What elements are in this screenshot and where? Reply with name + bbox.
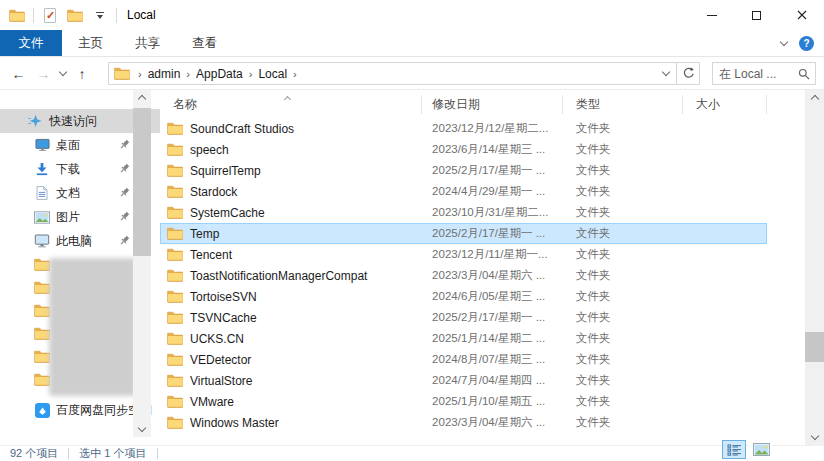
search-input[interactable] — [713, 67, 796, 81]
file-name-cell: speech — [161, 143, 422, 157]
folder-icon — [167, 227, 183, 241]
properties-icon[interactable]: ✓ — [41, 6, 59, 24]
breadcrumb-appdata[interactable]: AppData — [196, 67, 243, 81]
file-row[interactable]: Temp 2025/2月/17/星期一 ... 文件夹 — [160, 223, 767, 244]
file-row[interactable]: SquirrelTemp 2025/2月/17/星期一 ... 文件夹 — [160, 160, 767, 181]
file-row[interactable]: UCKS.CN 2025/1月/14/星期二 ... 文件夹 — [160, 328, 767, 349]
scroll-down-icon[interactable] — [805, 430, 824, 445]
folder-icon — [167, 290, 183, 304]
file-row[interactable]: Windows Master 2023/3月/04/星期六 ... 文件夹 — [160, 412, 767, 433]
details-view-icon — [727, 444, 742, 456]
refresh-icon[interactable] — [677, 63, 699, 84]
tab-file[interactable]: 文件 — [0, 30, 62, 56]
customize-toolbar-dropdown-icon[interactable] — [91, 6, 109, 24]
expand-ribbon-icon[interactable] — [780, 37, 788, 45]
file-name: TortoiseSVN — [190, 290, 257, 304]
file-row[interactable]: VMware 2025/1月/10/星期五 ... 文件夹 — [160, 391, 767, 412]
file-type-cell: 文件夹 — [563, 247, 683, 262]
file-row[interactable]: speech 2023/6月/14/星期三 ... 文件夹 — [160, 139, 767, 160]
file-name-cell: TSVNCache — [161, 311, 422, 325]
file-list-scrollbar[interactable] — [805, 90, 824, 445]
scroll-up-icon[interactable] — [805, 90, 824, 105]
file-name-cell: SystemCache — [161, 206, 422, 220]
pin-icon — [119, 187, 130, 198]
file-date-cell: 2025/2月/17/星期一 ... — [422, 163, 563, 178]
file-row[interactable]: SystemCache 2023/10月/31/星期二... 文件夹 — [160, 202, 767, 223]
breadcrumb-admin[interactable]: admin — [148, 67, 181, 81]
file-name: Windows Master — [190, 416, 279, 430]
file-row[interactable]: VirtualStore 2024/7月/04/星期四 ... 文件夹 — [160, 370, 767, 391]
file-name: TSVNCache — [190, 311, 257, 325]
scroll-down-icon[interactable] — [133, 422, 151, 437]
folder-icon — [34, 303, 50, 319]
minimize-button[interactable] — [689, 0, 734, 30]
this-pc-icon — [34, 233, 50, 249]
file-row[interactable]: TSVNCache 2025/2月/17/星期一 ... 文件夹 — [160, 307, 767, 328]
file-date-cell: 2023/10月/31/星期二... — [422, 205, 563, 220]
file-name: VEDetector — [190, 353, 251, 367]
file-row[interactable]: Tencent 2023/12月/11/星期一... 文件夹 — [160, 244, 767, 265]
file-row[interactable]: ToastNotificationManagerCompat 2023/3月/0… — [160, 265, 767, 286]
main-area: 快速访问 桌面 下载 文档 图片 此电脑 — [0, 90, 824, 445]
breadcrumb-chevron: › — [186, 68, 190, 80]
file-row[interactable]: TortoiseSVN 2024/6月/05/星期三 ... 文件夹 — [160, 286, 767, 307]
close-button[interactable] — [779, 0, 824, 30]
column-header-size[interactable]: 大小 — [683, 95, 767, 114]
large-icons-view-button[interactable] — [749, 440, 773, 459]
column-headers: 名称 修改日期 类型 大小 — [160, 90, 794, 118]
details-view-button[interactable] — [722, 440, 746, 459]
file-row[interactable]: SoundCraft Studios 2023/12月/12/星期二... 文件… — [160, 118, 767, 139]
file-name: SquirrelTemp — [190, 164, 261, 178]
file-date-cell: 2023/12月/12/星期二... — [422, 121, 563, 136]
up-icon[interactable]: ↑ — [70, 66, 94, 82]
breadcrumb-local[interactable]: Local — [258, 67, 287, 81]
file-name-cell: UCKS.CN — [161, 332, 422, 346]
recent-locations-dropdown-icon[interactable] — [56, 72, 70, 75]
sidebar-item-label: 文档 — [56, 185, 80, 202]
file-name: ToastNotificationManagerCompat — [190, 269, 367, 283]
close-icon — [797, 10, 807, 20]
file-date-cell: 2025/2月/17/星期一 ... — [422, 310, 563, 325]
navigation-pane: 快速访问 桌面 下载 文档 图片 此电脑 — [0, 90, 160, 445]
downloads-icon — [34, 161, 50, 177]
file-row[interactable]: Stardock 2024/4月/29/星期一 ... 文件夹 — [160, 181, 767, 202]
folder-icon — [167, 164, 183, 178]
scrollbar-thumb[interactable] — [805, 332, 824, 362]
breadcrumb-chevron: › — [138, 68, 142, 80]
sidebar-scrollbar[interactable] — [133, 90, 151, 437]
back-icon[interactable]: ← — [6, 66, 31, 82]
file-name: VMware — [190, 395, 234, 409]
file-name: SystemCache — [190, 206, 265, 220]
file-name: UCKS.CN — [190, 332, 244, 346]
file-row[interactable]: VEDetector 2024/8月/07/星期三 ... 文件夹 — [160, 349, 767, 370]
file-name-cell: VEDetector — [161, 353, 422, 367]
file-date-cell: 2025/1月/10/星期五 ... — [422, 394, 563, 409]
sidebar-item-label: 下载 — [56, 161, 80, 178]
tab-share[interactable]: 共享 — [119, 30, 176, 56]
sort-ascending-icon — [285, 91, 290, 105]
folder-icon — [34, 349, 50, 365]
scrollbar-thumb[interactable] — [133, 108, 151, 256]
column-header-type[interactable]: 类型 — [563, 95, 683, 114]
column-header-name[interactable]: 名称 — [160, 95, 422, 114]
file-type-cell: 文件夹 — [563, 268, 683, 283]
maximize-button[interactable] — [734, 0, 779, 30]
file-name: Tencent — [190, 248, 232, 262]
divider — [68, 448, 69, 459]
tab-view[interactable]: 查看 — [176, 30, 233, 56]
pin-icon — [119, 163, 130, 174]
help-icon[interactable]: ? — [799, 36, 814, 51]
forward-icon[interactable]: → — [31, 66, 56, 82]
new-folder-icon[interactable] — [66, 6, 84, 24]
column-header-date-modified[interactable]: 修改日期 — [422, 95, 563, 114]
tab-home[interactable]: 主页 — [62, 30, 119, 56]
file-name-cell: SoundCraft Studios — [161, 122, 422, 136]
address-dropdown-icon[interactable] — [656, 63, 676, 84]
large-icons-view-icon — [753, 443, 770, 456]
file-name: Stardock — [190, 185, 237, 199]
address-bar[interactable]: › admin › AppData › Local › — [108, 62, 700, 85]
documents-icon — [34, 185, 50, 201]
search-icon[interactable] — [798, 68, 810, 80]
folder-icon — [34, 280, 50, 296]
scroll-up-icon[interactable] — [133, 90, 151, 105]
